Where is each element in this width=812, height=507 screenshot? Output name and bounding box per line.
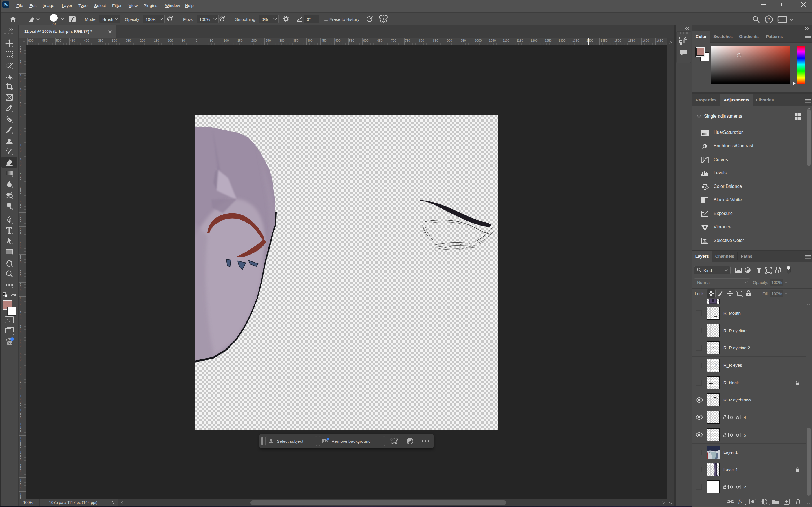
svg-text:?: ?	[767, 17, 770, 22]
